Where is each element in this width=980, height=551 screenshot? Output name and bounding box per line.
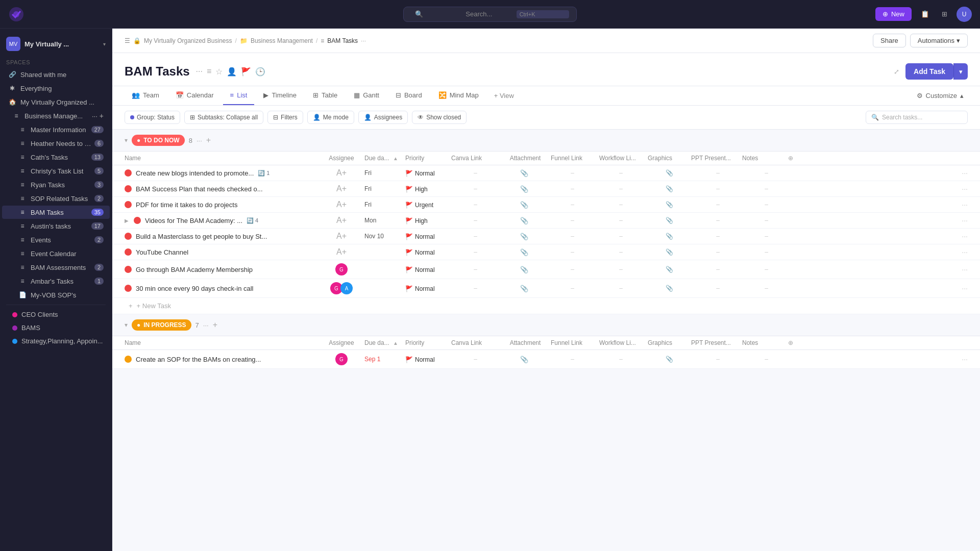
task-more-icon[interactable]: ···: [962, 216, 968, 224]
tab-board[interactable]: ⊟ Board: [388, 86, 429, 105]
tab-calendar[interactable]: 📅 Calendar: [168, 86, 221, 105]
grid-button[interactable]: ⊞: [939, 7, 950, 21]
collapse-icon[interactable]: ▾: [125, 321, 128, 329]
task-more-icon[interactable]: ···: [962, 265, 968, 273]
table-row[interactable]: Build a Masterclass to get people to buy…: [112, 229, 980, 244]
share-button[interactable]: Share: [873, 34, 906, 47]
collapse-icon[interactable]: ▾: [125, 137, 128, 144]
task-workflow: –: [597, 356, 645, 363]
clipboard-button[interactable]: 📋: [918, 7, 933, 21]
tab-mindmap[interactable]: 🔀 Mind Map: [431, 86, 486, 105]
subtasks-button[interactable]: ⊞ Subtasks: Collapse all: [184, 111, 263, 124]
table-row[interactable]: 30 min once every 90 days check-in call …: [112, 279, 980, 298]
sidebar-item-bam-assess[interactable]: ≡ BAM Assessments 2: [2, 261, 110, 274]
add-assignee-icon[interactable]: A+: [336, 184, 347, 193]
add-task-button[interactable]: Add Task: [905, 63, 953, 80]
table-row[interactable]: YouTube Channel A+ 🚩 Normal – 📎 – – 📎 –: [112, 244, 980, 260]
global-search[interactable]: 🔍 Search... Ctrl+K: [403, 7, 577, 22]
breadcrumb-more-icon[interactable]: ···: [361, 37, 366, 44]
table-row[interactable]: PDF for time it takes to do projects A+ …: [112, 197, 980, 213]
table-row[interactable]: Create an SOP for the BAMs on creating..…: [112, 350, 980, 369]
col-add-header[interactable]: ⊕: [783, 339, 798, 346]
add-assignee-icon[interactable]: A+: [336, 200, 347, 209]
tab-team[interactable]: 👥 Team: [125, 86, 166, 105]
breadcrumb-link-2[interactable]: Business Management: [251, 37, 313, 44]
sidebar-item-ryan[interactable]: ≡ Ryan Tasks 3: [2, 178, 110, 191]
add-assignee-icon[interactable]: A+: [336, 232, 347, 241]
group-add-icon[interactable]: +: [206, 136, 211, 145]
assignees-button[interactable]: 👤 Assignees: [358, 111, 408, 124]
task-more-icon[interactable]: ···: [962, 201, 968, 209]
breadcrumb-link-1[interactable]: My Virtually Organized Business: [144, 37, 232, 44]
history-icon[interactable]: 🕒: [255, 67, 265, 77]
folder-bams[interactable]: BAMS: [2, 321, 110, 334]
group-badge-inprogress[interactable]: ● IN PROGRESS: [132, 319, 191, 331]
item-actions[interactable]: ···: [92, 112, 97, 120]
flag-icon[interactable]: 🚩: [241, 67, 251, 77]
task-more-icon[interactable]: ···: [962, 248, 968, 256]
add-icon[interactable]: +: [100, 112, 104, 120]
star-icon[interactable]: ☆: [215, 67, 223, 77]
add-assignee-icon[interactable]: A+: [336, 247, 347, 257]
add-assignee-icon[interactable]: A+: [336, 168, 347, 178]
tab-table[interactable]: ⊞ Table: [306, 86, 345, 105]
sidebar-item-events[interactable]: ≡ Events 2: [2, 233, 110, 246]
automations-button[interactable]: Automations ▾: [910, 34, 968, 47]
user-avatar[interactable]: U: [957, 7, 972, 22]
new-button[interactable]: ⊕ New: [875, 7, 912, 21]
customize-button[interactable]: ⚙ Customize ▴: [913, 88, 968, 104]
show-closed-button[interactable]: 👁 Show closed: [412, 111, 467, 124]
sidebar-item-my-vob-sops[interactable]: 📄 My-VOB SOP's: [2, 288, 110, 302]
tab-gantt[interactable]: ▦ Gantt: [347, 86, 386, 105]
folder-ceo-clients[interactable]: CEO Clients: [2, 308, 110, 321]
sidebar-item-heather[interactable]: ≡ Heather Needs to C... 6: [2, 137, 110, 150]
tab-list[interactable]: ≡ List: [223, 86, 255, 105]
sidebar-item-everything[interactable]: ✱ Everything: [2, 82, 110, 95]
col-add-header[interactable]: ⊕: [783, 155, 798, 162]
expand-icon[interactable]: ▶: [125, 218, 129, 223]
sidebar-item-my-virtually[interactable]: 🏠 My Virtually Organized ...: [2, 95, 110, 109]
sidebar-item-business-manage[interactable]: ≡ Business Manage... ··· +: [2, 109, 110, 122]
task-more-icon[interactable]: ···: [962, 284, 968, 292]
table-row[interactable]: Create new blogs intended to promote... …: [112, 165, 980, 181]
status-dot: [125, 248, 132, 256]
task-more-icon[interactable]: ···: [962, 232, 968, 240]
me-mode-button[interactable]: 👤 Me mode: [307, 111, 354, 124]
sidebar-item-austins[interactable]: ≡ Austin's tasks 17: [2, 219, 110, 233]
sidebar-item-ambar[interactable]: ≡ Ambar's Tasks 1: [2, 274, 110, 288]
search-tasks-input[interactable]: 🔍 Search tasks...: [866, 111, 968, 124]
group-badge-todo[interactable]: ● TO DO NOW: [132, 135, 185, 146]
list-view-icon[interactable]: ≡: [207, 67, 211, 76]
tab-timeline[interactable]: ▶ Timeline: [256, 86, 304, 105]
sidebar-item-bam-tasks[interactable]: ≡ BAM Tasks 35: [2, 206, 110, 219]
table-row[interactable]: BAM Success Plan that needs checked o...…: [112, 181, 980, 197]
folder-strategy[interactable]: Strategy,Planning, Appoin...: [2, 335, 110, 347]
breadcrumb-collapse-icon[interactable]: ☰: [125, 37, 130, 44]
filters-button[interactable]: ⊟ Filters: [267, 111, 303, 124]
task-name: Create new blogs intended to promote...: [136, 169, 254, 177]
more-options-icon[interactable]: ···: [196, 67, 203, 76]
task-more-icon[interactable]: ···: [962, 169, 968, 177]
table-row[interactable]: Go through BAM Academy Membership G 🚩 No…: [112, 260, 980, 279]
tab-add-view[interactable]: + View: [490, 88, 518, 104]
table-row[interactable]: ▶ Videos for The BAM Academy: ... 🔄 4 A+…: [112, 213, 980, 229]
sidebar-item-christy[interactable]: ≡ Christy's Task List 5: [2, 164, 110, 178]
new-task-row-todo[interactable]: + + New Task: [112, 298, 980, 314]
group-add-icon[interactable]: +: [213, 320, 217, 330]
sidebar-item-event-calendar[interactable]: ≡ Event Calendar: [2, 247, 110, 260]
task-more-icon[interactable]: ···: [962, 355, 968, 363]
sidebar-item-master-info[interactable]: ≡ Master Information 27: [2, 123, 110, 136]
sidebar-item-sop[interactable]: ≡ SOP Related Tasks 2: [2, 192, 110, 205]
sidebar-item-cath-tasks[interactable]: ≡ Cath's Tasks 13: [2, 151, 110, 164]
group-more[interactable]: ···: [203, 321, 209, 329]
task-more-icon[interactable]: ···: [962, 185, 968, 193]
fullscreen-icon[interactable]: ⤢: [894, 68, 899, 76]
workspace-selector[interactable]: MV My Virtually ... ▾: [0, 33, 112, 55]
sidebar-item-shared[interactable]: 🔗 Shared with me: [2, 68, 110, 81]
add-task-dropdown[interactable]: ▾: [953, 63, 968, 80]
group-more[interactable]: ···: [197, 137, 202, 144]
user-icon[interactable]: 👤: [227, 67, 237, 77]
add-assignee-icon[interactable]: A+: [336, 216, 347, 225]
group-status-button[interactable]: Group: Status: [125, 111, 180, 124]
task-canva: –: [451, 233, 500, 240]
